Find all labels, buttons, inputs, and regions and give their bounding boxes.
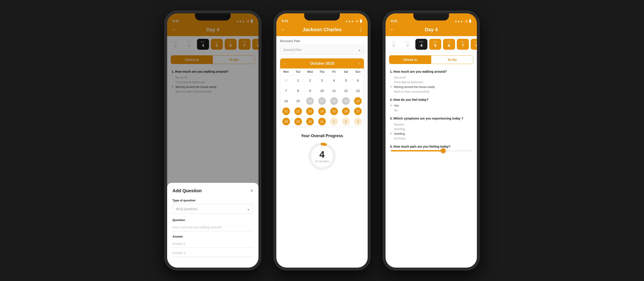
notch-right: [413, 13, 449, 21]
day-item-6-right[interactable]: DAY 6: [443, 39, 455, 50]
wifi-icon-right: 📶: [464, 20, 468, 23]
status-time-middle: 9:41: [282, 19, 288, 23]
progress-days-label: OF 90 DAYS: [315, 160, 329, 163]
recovery-plan-label: Recovery Plan: [280, 39, 364, 43]
cal-cell-8[interactable]: 8: [292, 86, 304, 96]
cal-cell-28[interactable]: 28: [280, 116, 292, 127]
cal-cell-13[interactable]: 13: [352, 86, 364, 96]
plan-select-value: General Plan: [283, 48, 302, 52]
cal-cell-26[interactable]: 26: [340, 106, 352, 116]
cal-prev-button[interactable]: ‹: [284, 61, 286, 66]
cal-cell-7[interactable]: 7: [280, 86, 292, 96]
cal-cell-3-nov[interactable]: 3: [352, 116, 364, 127]
type-select[interactable]: MCQ questions ⌄: [172, 204, 253, 214]
cal-cell-31[interactable]: 31: [316, 116, 328, 127]
day-item-3-right[interactable]: DAY 3: [402, 39, 414, 50]
calendar-grid: 30 1 2 3 4 5 6 7 8 9 10 11 12 13 14: [280, 75, 364, 127]
cal-cell-23[interactable]: 23: [304, 106, 316, 116]
answer-r-2-2[interactable]: No: [390, 108, 472, 113]
modal-overlay-left: Add Question × Type of question MCQ ques…: [167, 13, 258, 268]
back-button-right[interactable]: ←: [390, 27, 397, 33]
cal-cell-1-nov[interactable]: 1: [328, 116, 340, 127]
day-item-8-right[interactable]: DAY 8: [471, 39, 477, 50]
more-options-button[interactable]: ⋮: [356, 27, 363, 33]
answer-r-1-3[interactable]: Moving around the house easily: [390, 85, 472, 89]
cal-cell-21[interactable]: 21: [280, 106, 292, 116]
cal-cell-24[interactable]: 24: [316, 106, 328, 116]
modal-title: Add Question: [172, 188, 202, 193]
header-middle: ← Jackson Charles ⋮: [276, 25, 368, 36]
answer-r-1-2[interactable]: From Bed to Bathroom: [390, 80, 472, 85]
cal-cell-30[interactable]: 30: [304, 116, 316, 127]
content-right: 1. How much are you walking around? Not …: [386, 67, 477, 268]
signal-icon-middle: ▲▲▲: [345, 20, 354, 23]
plan-select[interactable]: General Plan ⌄: [280, 45, 364, 55]
day-name-mon: Mon: [280, 69, 292, 75]
cal-cell-18[interactable]: 18: [328, 96, 340, 106]
wifi-icon-middle: 📶: [355, 20, 359, 23]
day-selector-right: DAY 2 DAY 3 DAY 4 DAY 5 DAY 6 DAY 7: [386, 36, 477, 53]
answer-r-3-4[interactable]: All Good: [390, 136, 472, 141]
cal-cell-12[interactable]: 12: [340, 86, 352, 96]
status-icons-middle: ▲▲▲ 📶 ▊: [345, 20, 362, 23]
answer-r-2-1[interactable]: Yes: [390, 103, 472, 108]
answer-label: Answer: [172, 235, 253, 238]
cal-cell-11[interactable]: 11: [328, 86, 340, 96]
day-name-sat: Sat: [340, 69, 352, 75]
cal-cell-17[interactable]: 17: [316, 96, 328, 106]
day-item-7-right[interactable]: DAY 7: [457, 39, 469, 50]
cal-cell-3[interactable]: 3: [316, 75, 328, 86]
calendar: ‹ October 2019 › Mon Tue Wed Thu Fri Sat…: [280, 58, 364, 127]
cal-cell-6[interactable]: 6: [352, 75, 364, 86]
answer-r-3-1[interactable]: Nausea: [390, 122, 472, 127]
cal-cell-15[interactable]: 15: [292, 96, 304, 106]
calendar-month-title: October 2019: [310, 61, 334, 66]
modal-close-button[interactable]: ×: [250, 188, 253, 193]
cal-cell-29[interactable]: 29: [292, 116, 304, 127]
question-input[interactable]: How much are you walking around?: [172, 223, 253, 231]
day-name-sun: Sun: [352, 69, 364, 75]
progress-center: 4 OF 90 DAYS: [315, 150, 329, 163]
answer2-input[interactable]: Answer 2: [172, 249, 253, 257]
cal-cell-4[interactable]: 4: [328, 75, 340, 86]
answer1-input[interactable]: Answer 1: [172, 240, 253, 248]
cal-cell-20[interactable]: 20: [352, 96, 364, 106]
cal-cell-2[interactable]: 2: [304, 75, 316, 86]
slider-thumb[interactable]: [441, 148, 446, 153]
type-label: Type of question: [172, 199, 253, 202]
question-text-3-right: 3. Which symptoms are you experiencing t…: [390, 117, 472, 120]
cal-cell-2-nov[interactable]: 2: [340, 116, 352, 127]
cal-cell-1[interactable]: 1: [292, 75, 304, 86]
status-time-right: 9:41: [391, 19, 398, 23]
cal-cell-25[interactable]: 25: [328, 106, 340, 116]
cal-cell-22[interactable]: 22: [292, 106, 304, 116]
back-button-middle[interactable]: ←: [281, 27, 288, 33]
answer-r-1-1[interactable]: Not at All: [390, 75, 472, 80]
answer-r-3-2[interactable]: Vomiting: [390, 127, 472, 131]
cal-next-button[interactable]: ›: [358, 61, 360, 66]
day-name-thu: Thu: [316, 69, 328, 75]
question-text-4-right: 4. How much pain are you feeling today?: [390, 145, 472, 148]
cal-cell-5[interactable]: 5: [340, 75, 352, 86]
day-item-4-right[interactable]: DAY 4: [415, 39, 428, 50]
notch-middle: [304, 13, 340, 21]
add-question-modal: Add Question × Type of question MCQ ques…: [167, 183, 258, 268]
answer2-placeholder: Answer 2: [172, 251, 186, 255]
pain-slider[interactable]: [390, 150, 472, 151]
answer-r-3-3[interactable]: Swelling: [390, 131, 472, 136]
cal-cell-19[interactable]: 19: [340, 96, 352, 106]
calendar-container: Recovery Plan General Plan ⌄ ‹ October 2…: [276, 36, 368, 268]
cal-cell-30-sep[interactable]: 30: [280, 75, 292, 86]
tab-todo-right[interactable]: To Do: [431, 56, 473, 64]
cal-cell-16[interactable]: 16: [304, 96, 316, 106]
answer-r-1-4[interactable]: Back to near normal activity: [390, 89, 472, 94]
question-placeholder: How much are you walking around?: [172, 225, 222, 229]
day-item-2-right[interactable]: DAY 2: [388, 39, 400, 50]
cal-cell-10[interactable]: 10: [316, 86, 328, 96]
question-1-right: 1. How much are you walking around? Not …: [390, 70, 472, 94]
cal-cell-27[interactable]: 27: [352, 106, 364, 116]
cal-cell-9[interactable]: 9: [304, 86, 316, 96]
day-item-5-right[interactable]: DAY 5: [429, 39, 441, 50]
tab-checkin-right[interactable]: Check In: [389, 56, 431, 64]
cal-cell-14[interactable]: 14: [280, 96, 292, 106]
